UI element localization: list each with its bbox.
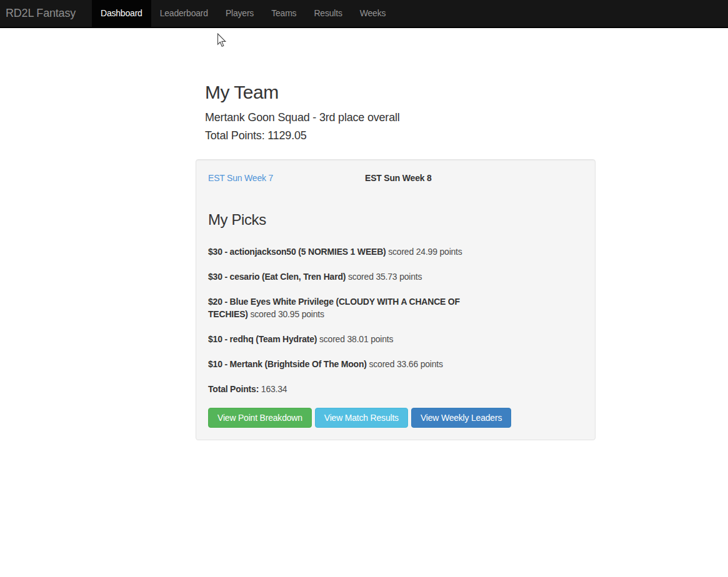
team-total-points: Total Points: 1129.05 — [205, 128, 596, 143]
prev-week-cell: EST Sun Week 7 — [208, 172, 365, 184]
pick-result: scored 30.95 points — [248, 309, 324, 319]
picks-title: My Picks — [208, 210, 583, 229]
panel-actions: View Point Breakdown View Match Results … — [208, 408, 583, 428]
pick-label: $30 - actionjackson50 (5 NORMIES 1 WEEB) — [208, 247, 386, 257]
week-total-value: 163.34 — [259, 384, 287, 394]
main-content: My Team Mertank Goon Squad - 3rd place o… — [196, 28, 596, 440]
week-total-label: Total Points: — [208, 384, 259, 394]
nav-item-weeks[interactable]: Weeks — [351, 0, 395, 27]
nav-item-results[interactable]: Results — [305, 0, 351, 27]
nav-item-players[interactable]: Players — [217, 0, 262, 27]
pick-result: scored 38.01 points — [317, 334, 393, 344]
pick-result: scored 33.66 points — [367, 359, 443, 369]
week-total-points: Total Points: 163.34 — [208, 383, 583, 395]
pick-result: scored 24.99 points — [386, 247, 462, 257]
pick-label: $30 - cesario (Eat Clen, Tren Hard) — [208, 272, 346, 282]
nav-item-dashboard[interactable]: Dashboard — [92, 0, 151, 27]
pick-item: $30 - actionjackson50 (5 NORMIES 1 WEEB)… — [208, 245, 466, 258]
current-week-label: EST Sun Week 8 — [365, 172, 432, 184]
nav-item-teams[interactable]: Teams — [262, 0, 305, 27]
view-point-breakdown-button[interactable]: View Point Breakdown — [208, 408, 312, 428]
view-weekly-leaders-button[interactable]: View Weekly Leaders — [411, 408, 511, 428]
team-subtitle: Mertank Goon Squad - 3rd place overall — [205, 110, 596, 125]
pick-item: $10 - redhq (Team Hydrate) scored 38.01 … — [208, 333, 466, 345]
pick-label: $20 - Blue Eyes White Privilege (CLOUDY … — [208, 297, 460, 319]
navbar: RD2L Fantasy Dashboard Leaderboard Playe… — [0, 0, 728, 28]
pick-label: $10 - redhq (Team Hydrate) — [208, 334, 317, 344]
page-title: My Team — [205, 81, 596, 104]
prev-week-link[interactable]: EST Sun Week 7 — [208, 173, 273, 183]
pick-item: $30 - cesario (Eat Clen, Tren Hard) scor… — [208, 270, 466, 283]
pick-label: $10 - Mertank (Brightside Of The Moon) — [208, 359, 367, 369]
week-panel: EST Sun Week 7 EST Sun Week 8 My Picks $… — [196, 159, 596, 440]
pick-result: scored 35.73 points — [346, 272, 422, 282]
navbar-menu: Dashboard Leaderboard Players Teams Resu… — [92, 0, 394, 27]
nav-item-leaderboard[interactable]: Leaderboard — [151, 0, 217, 27]
navbar-brand[interactable]: RD2L Fantasy — [0, 0, 82, 27]
view-match-results-button[interactable]: View Match Results — [315, 408, 408, 428]
picks-list: $30 - actionjackson50 (5 NORMIES 1 WEEB)… — [208, 245, 466, 370]
pick-item: $20 - Blue Eyes White Privilege (CLOUDY … — [208, 295, 466, 320]
pick-item: $10 - Mertank (Brightside Of The Moon) s… — [208, 358, 466, 370]
week-navigation: EST Sun Week 7 EST Sun Week 8 — [208, 172, 583, 184]
